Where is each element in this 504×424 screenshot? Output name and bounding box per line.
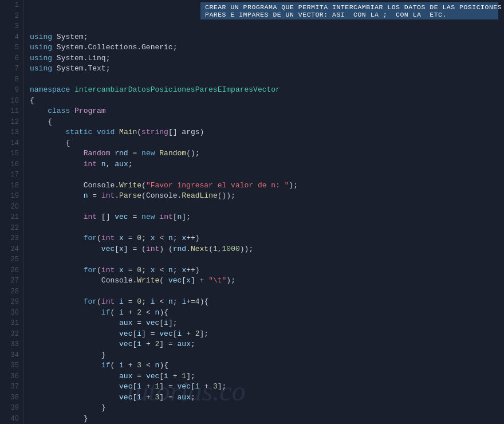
ln-20: 20 <box>5 202 19 213</box>
task-description: CREAR UN PROGRAMA QUE PERMITA INTERCAMBI… <box>200 2 498 19</box>
code-line-19: n = int.Parse(Console.ReadLine()); <box>30 191 504 202</box>
code-line-31: aux = vec[i]; <box>30 318 504 329</box>
ln-4: 4 <box>5 32 19 43</box>
ln-26: 26 <box>5 265 19 276</box>
code-line-3 <box>30 21 504 32</box>
code-line-13: static void Main(string[] args) <box>30 127 504 138</box>
ln-32: 32 <box>5 329 19 340</box>
code-line-29: for(int i = 0; i < n; i+=4){ <box>30 297 504 308</box>
ln-21: 21 <box>5 212 19 223</box>
code-line-39: } <box>30 403 504 414</box>
ln-34: 34 <box>5 350 19 361</box>
code-line-38: vec[i + 3] = aux; <box>30 392 504 403</box>
code-line-8 <box>30 74 504 85</box>
code-line-4: using System; <box>30 32 504 43</box>
code-line-14: { <box>30 138 504 149</box>
ln-15: 15 <box>5 148 19 159</box>
code-line-21: int [] vec = new int[n]; <box>30 212 504 223</box>
ln-27: 27 <box>5 276 19 286</box>
code-line-22 <box>30 223 504 234</box>
code-line-40: } <box>30 414 504 425</box>
ln-1: 1 <box>5 0 19 11</box>
code-line-34: } <box>30 350 504 361</box>
code-line-15: Random rnd = new Random(); <box>30 148 504 159</box>
ln-16: 16 <box>5 159 19 170</box>
code-line-36: aux = vec[i + 1]; <box>30 371 504 382</box>
code-line-27: Console.Write( vec[x] + "\t"); <box>30 276 504 286</box>
code-line-20 <box>30 202 504 213</box>
ln-9: 9 <box>5 85 19 96</box>
code-line-26: for(int x = 0; x < n; x++) <box>30 265 504 276</box>
ln-39: 39 <box>5 403 19 414</box>
ln-28: 28 <box>5 286 19 297</box>
code-line-11: class Program <box>30 106 504 117</box>
ln-12: 12 <box>5 117 19 128</box>
ln-40: 40 <box>5 414 19 425</box>
code-line-30: if( i + 2 < n){ <box>30 308 504 319</box>
ln-37: 37 <box>5 382 19 392</box>
ln-30: 30 <box>5 308 19 319</box>
code-line-9: namespace intercambiarDatosPosicionesPar… <box>30 85 504 96</box>
code-line-32: vec[i] = vec[i + 2]; <box>30 329 504 340</box>
code-line-17 <box>30 170 504 180</box>
ln-18: 18 <box>5 180 19 191</box>
code-line-37: vec[i + 1] = vec[i + 3]; <box>30 382 504 392</box>
code-line-6: using System.Linq; <box>30 53 504 64</box>
ln-11: 11 <box>5 106 19 117</box>
ln-24: 24 <box>5 244 19 255</box>
ln-25: 25 <box>5 254 19 265</box>
code-line-16: int n, aux; <box>30 159 504 170</box>
ln-36: 36 <box>5 371 19 382</box>
code-line-5: using System.Collections.Generic; <box>30 42 504 53</box>
ln-33: 33 <box>5 339 19 350</box>
ln-29: 29 <box>5 297 19 308</box>
code-content: CREAR UN PROGRAMA QUE PERMITA INTERCAMBI… <box>24 0 504 424</box>
ln-13: 13 <box>5 127 19 138</box>
code-line-18: Console.Write("Favor ingresar el valor d… <box>30 180 504 191</box>
ln-6: 6 <box>5 53 19 64</box>
ln-31: 31 <box>5 318 19 329</box>
code-line-10: { <box>30 96 504 107</box>
code-line-35: if( i + 3 < n){ <box>30 360 504 371</box>
code-line-12: { <box>30 117 504 128</box>
ln-17: 17 <box>5 170 19 180</box>
ln-5: 5 <box>5 42 19 53</box>
code-line-33: vec[i + 2] = aux; <box>30 339 504 350</box>
code-line-24: vec[x] = (int) (rnd.Next(1,1000)); <box>30 244 504 255</box>
ln-22: 22 <box>5 223 19 234</box>
code-line-28 <box>30 286 504 297</box>
ln-35: 35 <box>5 360 19 371</box>
ln-7: 7 <box>5 64 19 74</box>
ln-2: 2 <box>5 11 19 22</box>
ln-23: 23 <box>5 233 19 244</box>
code-line-23: for(int x = 0; x < n; x++) <box>30 233 504 244</box>
line-numbers: 1 2 3 4 5 6 7 8 9 10 11 12 13 14 15 16 1… <box>0 0 24 424</box>
ln-38: 38 <box>5 392 19 403</box>
code-editor: 1 2 3 4 5 6 7 8 9 10 11 12 13 14 15 16 1… <box>0 0 504 424</box>
ln-14: 14 <box>5 138 19 149</box>
ln-19: 19 <box>5 191 19 202</box>
ln-10: 10 <box>5 96 19 107</box>
ln-3: 3 <box>5 21 19 32</box>
ln-8: 8 <box>5 74 19 85</box>
code-line-7: using System.Text; <box>30 64 504 74</box>
code-line-25 <box>30 254 504 265</box>
